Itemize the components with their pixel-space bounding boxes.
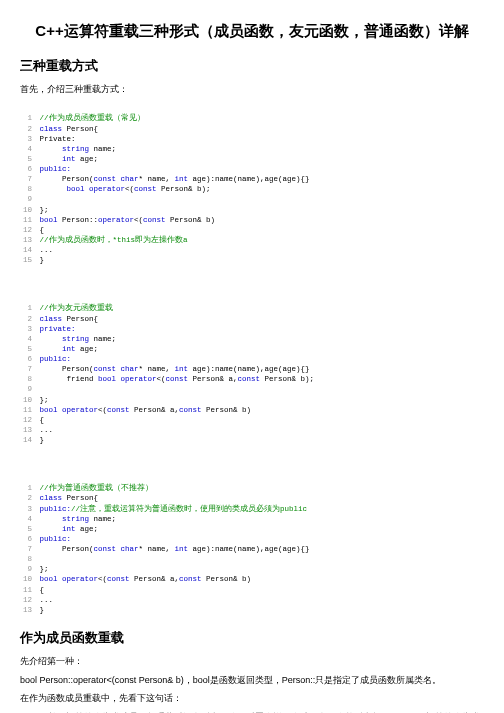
code-block-3: 1 //作为普通函数重载（不推荐） 2 class Person{ 3 publ… <box>20 473 484 615</box>
code-block-1: 1 //作为成员函数重载（常见） 2 class Person{ 3 Priva… <box>20 103 484 265</box>
para-signature: bool Person::operator<(const Person& b)，… <box>20 674 484 687</box>
page-title: C++运算符重载三种形式（成员函数，友元函数，普通函数）详解 <box>20 20 484 43</box>
para-quote-intro: 在作为函数成员重载中，先看下这句话： <box>20 692 484 705</box>
section-heading-2: 作为成员函数重载 <box>20 629 484 647</box>
section-heading-1: 三种重载方式 <box>20 57 484 75</box>
intro-text: 首先，介绍三种重载方式： <box>20 83 484 96</box>
code-block-2: 1 //作为友元函数重载 2 class Person{ 3 private: … <box>20 293 484 445</box>
para-intro-first: 先介绍第一种： <box>20 655 484 668</box>
